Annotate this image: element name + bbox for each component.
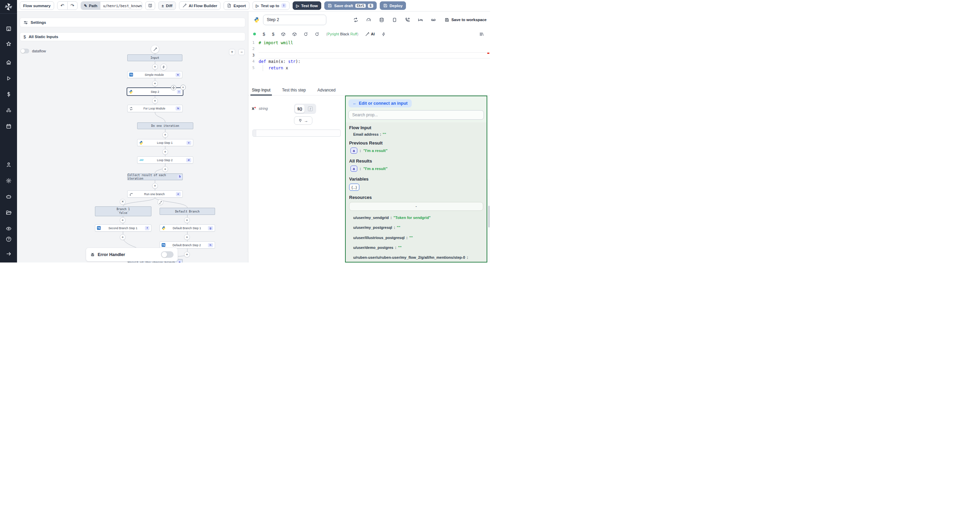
- add-step-button[interactable]: +: [152, 183, 158, 189]
- connect-input-button[interactable]: →: [294, 116, 312, 125]
- test-up-to-button[interactable]: ▷ Test up to i: [253, 2, 290, 10]
- add-step-button[interactable]: +: [152, 98, 158, 104]
- code-line[interactable]: 3: [248, 52, 490, 59]
- result-id-badge[interactable]: a: [350, 148, 357, 154]
- function-mode-toggle[interactable]: ƒ: [305, 105, 315, 113]
- static-inputs-dollar-icon[interactable]: $: [263, 32, 265, 37]
- node-second-branch-step-1[interactable]: TS Second Branch Step 1 f: [95, 224, 151, 232]
- variables-dollar-icon[interactable]: [0, 89, 17, 100]
- audit-eye-icon[interactable]: [0, 224, 17, 234]
- package-icon[interactable]: [292, 32, 297, 36]
- edit-or-connect-back-button[interactable]: ← Edit or connect an input: [348, 99, 412, 108]
- reload-icon[interactable]: [304, 32, 308, 36]
- path-value[interactable]: u/henri/best_known: [100, 2, 142, 10]
- node-default-branch-step-1[interactable]: Default Branch Step 1 g: [159, 224, 215, 232]
- bolt-icon[interactable]: [382, 32, 386, 36]
- users-icon[interactable]: [0, 159, 17, 170]
- node-loop-step-1[interactable]: Loop Step 1 c: [137, 139, 193, 146]
- deploy-button[interactable]: Deploy: [380, 2, 406, 10]
- flow-summary-button[interactable]: Flow summary: [20, 2, 54, 10]
- zoom-out-button[interactable]: −: [239, 49, 245, 55]
- resource-item[interactable]: u/user/my_sendgrid : "Token for sendgrid…: [353, 214, 483, 221]
- folders-icon[interactable]: [0, 208, 17, 218]
- package-icon[interactable]: [281, 32, 285, 36]
- tab-test-this-step[interactable]: Test this step: [282, 88, 307, 95]
- flow-graph-canvas[interactable]: dataflow + − Input + TS Simple module a …: [17, 11, 248, 262]
- redo-button[interactable]: ↷: [67, 2, 77, 10]
- workers-robot-icon[interactable]: [0, 192, 17, 202]
- library-icon[interactable]: [479, 32, 484, 36]
- save-to-workspace-button[interactable]: Save to workspace: [445, 18, 487, 22]
- resource-item[interactable]: u/user/my_postgresql : "": [353, 224, 483, 231]
- result-id-badge[interactable]: a: [350, 166, 357, 172]
- variables-object-badge[interactable]: {...}: [349, 184, 360, 191]
- sleep-bed-icon[interactable]: [418, 17, 423, 22]
- settings-gear-icon[interactable]: [0, 176, 17, 186]
- diff-button[interactable]: ±Diff: [158, 2, 176, 10]
- flow-input-item[interactable]: Email address:"": [353, 132, 483, 136]
- collapse-arrow-icon[interactable]: [0, 249, 17, 259]
- suspend-phone-icon[interactable]: [405, 17, 410, 22]
- concurrency-square-icon[interactable]: [392, 17, 397, 22]
- undo-button[interactable]: ↶: [57, 2, 67, 10]
- workspace-icon[interactable]: [0, 24, 17, 34]
- step-name-input[interactable]: [263, 14, 326, 25]
- ai-flow-builder-button[interactable]: AI Flow Builder: [179, 2, 221, 10]
- node-loop-step-2[interactable]: -GO Loop Step 2 d: [137, 156, 193, 163]
- code-line[interactable]: 1# import wmill: [248, 40, 490, 46]
- add-step-button[interactable]: +: [184, 217, 190, 223]
- add-step-button[interactable]: +: [184, 252, 190, 257]
- add-step-button[interactable]: +: [184, 234, 190, 240]
- resource-item[interactable]: u/user/demo_postgres : "": [353, 244, 483, 251]
- error-handler-toggle[interactable]: [161, 251, 173, 258]
- home-icon[interactable]: [0, 57, 17, 68]
- resource-item[interactable]: u/ruben-user/u/ruben-user/my_flow_2/g/al…: [353, 254, 483, 262]
- all-results-item[interactable]: a : "I'm a result": [350, 166, 483, 172]
- node-run-one-branch[interactable]: Run one branch e: [127, 190, 183, 198]
- trigger-bolt-button[interactable]: [160, 63, 167, 70]
- add-branch-button[interactable]: [158, 199, 163, 205]
- node-for-loop-module[interactable]: For Loop Module b: [127, 105, 183, 112]
- code-assistants-status[interactable]: (Pyright Black Ruff): [326, 32, 358, 36]
- favorites-star-icon[interactable]: [0, 39, 17, 49]
- add-step-button[interactable]: +: [120, 234, 126, 240]
- ai-builder-wand-circle[interactable]: [151, 45, 159, 53]
- retries-repeat-icon[interactable]: [353, 17, 358, 22]
- code-editor[interactable]: 1# import wmill234def main(x: str):5 ret…: [248, 40, 490, 83]
- code-line[interactable]: 4def main(x: str):: [248, 59, 490, 65]
- early-stop-gauge-icon[interactable]: [366, 17, 371, 22]
- save-draft-button[interactable]: Save draft Ctrl S: [324, 2, 377, 10]
- node-input[interactable]: Input: [127, 54, 182, 61]
- dynamic-inputs-dollar-icon[interactable]: $: [272, 32, 274, 37]
- reload-icon[interactable]: [315, 32, 319, 36]
- search-prop-input[interactable]: [348, 110, 484, 120]
- ai-assistant-button[interactable]: AI: [365, 32, 375, 36]
- cache-database-icon[interactable]: [379, 17, 384, 22]
- code-line[interactable]: 2: [248, 46, 490, 52]
- add-step-button[interactable]: +: [162, 132, 168, 138]
- docs-book-button[interactable]: [145, 2, 155, 10]
- add-step-button[interactable]: +: [162, 149, 168, 155]
- test-flow-button[interactable]: ▷Test flow: [293, 2, 321, 10]
- node-branch-1[interactable]: Branch 1 `false`: [95, 206, 151, 216]
- code-line[interactable]: 5 return x: [248, 65, 490, 71]
- add-step-button[interactable]: +: [152, 64, 158, 70]
- dataflow-toggle[interactable]: [21, 49, 29, 53]
- schedules-calendar-icon[interactable]: [0, 121, 17, 132]
- resource-item[interactable]: u/user/illustrious_postgresql : "": [353, 234, 483, 241]
- path-label[interactable]: ✎ Path: [81, 2, 101, 10]
- resources-cubes-icon[interactable]: [0, 105, 17, 116]
- windmill-logo-icon[interactable]: [4, 2, 13, 11]
- node-collect-result[interactable]: Collect result of each iteration b: [127, 173, 183, 180]
- runs-play-icon[interactable]: [0, 73, 17, 84]
- panel-scrollbar[interactable]: [488, 179, 490, 262]
- zoom-in-button[interactable]: +: [229, 49, 235, 55]
- node-simple-module[interactable]: TS Simple module a: [127, 71, 182, 78]
- tab-step-input[interactable]: Step Input: [251, 88, 271, 95]
- node-default-branch[interactable]: Default Branch: [159, 208, 215, 215]
- add-step-button[interactable]: +: [152, 81, 158, 86]
- add-step-button[interactable]: +: [120, 217, 126, 223]
- delete-node-button[interactable]: ×: [180, 85, 186, 90]
- node-do-one-iteration[interactable]: Do one iteration: [137, 122, 193, 129]
- argument-value-field[interactable]: [253, 130, 340, 137]
